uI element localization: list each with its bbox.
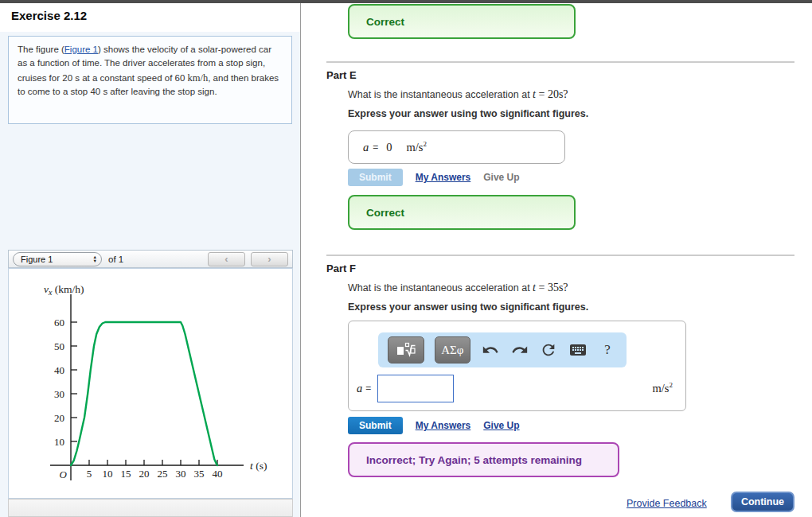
item-sidebar: Exercise 2.12 The figure (Figure 1) show… xyxy=(0,0,300,517)
submit-button[interactable]: Submit xyxy=(348,169,403,186)
svg-text:60: 60 xyxy=(54,317,64,328)
svg-text:50: 50 xyxy=(54,340,64,352)
divider xyxy=(326,255,794,256)
undo-button[interactable] xyxy=(481,340,500,360)
svg-text:30: 30 xyxy=(176,468,186,480)
part-e-correct-banner: Correct xyxy=(348,195,576,230)
svg-text:10: 10 xyxy=(103,468,113,480)
figure-selector-bar: Figure 1 ▲▼ of 1 ‹ › xyxy=(8,250,293,268)
reset-icon xyxy=(540,341,557,359)
figure-select[interactable]: Figure 1 ▲▼ xyxy=(13,252,102,266)
top-border-bar xyxy=(0,0,812,3)
answer-variable: a xyxy=(363,141,369,154)
redo-icon xyxy=(511,341,529,359)
reset-button[interactable] xyxy=(540,340,559,360)
part-e-actions: Submit My Answers Give Up xyxy=(348,169,520,186)
equation-editor: ΑΣφ ? a = m/s2 xyxy=(348,321,686,411)
give-up-link[interactable]: Give Up xyxy=(483,420,519,431)
problem-text: The figure ( xyxy=(18,45,64,54)
svg-text:30: 30 xyxy=(54,388,64,400)
svg-text:t (s): t (s) xyxy=(250,460,267,472)
figure-link[interactable]: Figure 1 xyxy=(64,45,98,54)
problem-statement: The figure (Figure 1) shows the velocity… xyxy=(8,36,292,124)
my-answers-link[interactable]: My Answers xyxy=(416,420,471,431)
figure-panel-footer xyxy=(8,499,293,517)
keyboard-icon xyxy=(568,340,588,360)
provide-feedback-link[interactable]: Provide Feedback xyxy=(627,498,707,509)
figure-nav: ‹ › xyxy=(208,252,288,266)
part-f-answer-row: a = m/s2 xyxy=(357,372,679,404)
svg-text:5: 5 xyxy=(87,468,92,480)
math-templates-button[interactable] xyxy=(388,336,424,363)
undo-icon xyxy=(482,341,499,359)
part-f-heading: Part F xyxy=(326,262,356,274)
next-figure-button[interactable]: › xyxy=(251,252,288,266)
svg-text:O: O xyxy=(60,468,68,480)
part-d-correct-banner: Correct xyxy=(348,4,576,39)
svg-text:10: 10 xyxy=(54,436,64,448)
submit-button[interactable]: Submit xyxy=(348,417,403,434)
part-f-incorrect-banner: Incorrect; Try Again; 5 attempts remaini… xyxy=(348,442,619,477)
svg-text:40: 40 xyxy=(213,468,223,480)
stepper-arrows-icon: ▲▼ xyxy=(93,255,97,262)
part-e-instruction: Express your answer using two significan… xyxy=(348,108,588,119)
redo-button[interactable] xyxy=(510,340,529,360)
velocity-time-graph: 102030405060510152025303540Ovx (km/h)t (… xyxy=(9,269,292,497)
math-templates-icon xyxy=(396,340,416,360)
panel-divider xyxy=(300,0,301,517)
part-e-question: What is the instantaneous acceleration a… xyxy=(348,88,568,101)
figure-count-label: of 1 xyxy=(108,255,123,264)
answer-variable: a xyxy=(357,382,362,395)
figure-select-value: Figure 1 xyxy=(21,255,93,264)
part-f-question: What is the instantaneous acceleration a… xyxy=(348,282,568,294)
equation-toolbar: ΑΣφ ? xyxy=(378,332,627,367)
part-e-answer-box: a = 0 m/s2 xyxy=(348,130,565,164)
prev-figure-button[interactable]: ‹ xyxy=(208,252,245,266)
continue-button[interactable]: Continue xyxy=(731,492,794,512)
answer-unit: m/s2 xyxy=(653,381,673,395)
svg-text:15: 15 xyxy=(121,468,131,480)
divider xyxy=(326,61,794,63)
give-up-link: Give Up xyxy=(483,172,519,183)
svg-text:35: 35 xyxy=(194,468,205,480)
greek-symbols-button[interactable]: ΑΣφ xyxy=(435,336,471,363)
answers-panel: Correct Part E What is the instantaneous… xyxy=(301,0,812,517)
part-f-instruction: Express your answer using two significan… xyxy=(348,301,588,313)
part-f-actions: Submit My Answers Give Up xyxy=(348,417,520,434)
svg-text:vx (km/h): vx (km/h) xyxy=(44,283,84,297)
part-e-heading: Part E xyxy=(326,69,357,81)
unit-kmh: km/h xyxy=(188,72,209,84)
answer-value: 0 xyxy=(386,141,392,154)
answer-input[interactable] xyxy=(377,375,454,402)
svg-text:25: 25 xyxy=(158,468,168,480)
svg-text:20: 20 xyxy=(54,412,64,424)
help-button[interactable]: ? xyxy=(598,340,617,360)
my-answers-link[interactable]: My Answers xyxy=(416,172,471,183)
keyboard-shortcuts-button[interactable] xyxy=(568,340,588,360)
page-title: Exercise 2.12 xyxy=(11,9,87,22)
answer-unit: m/s2 xyxy=(407,140,427,154)
svg-text:40: 40 xyxy=(54,364,64,376)
svg-text:20: 20 xyxy=(139,468,150,480)
figure-panel: 102030405060510152025303540Ovx (km/h)t (… xyxy=(8,268,293,499)
